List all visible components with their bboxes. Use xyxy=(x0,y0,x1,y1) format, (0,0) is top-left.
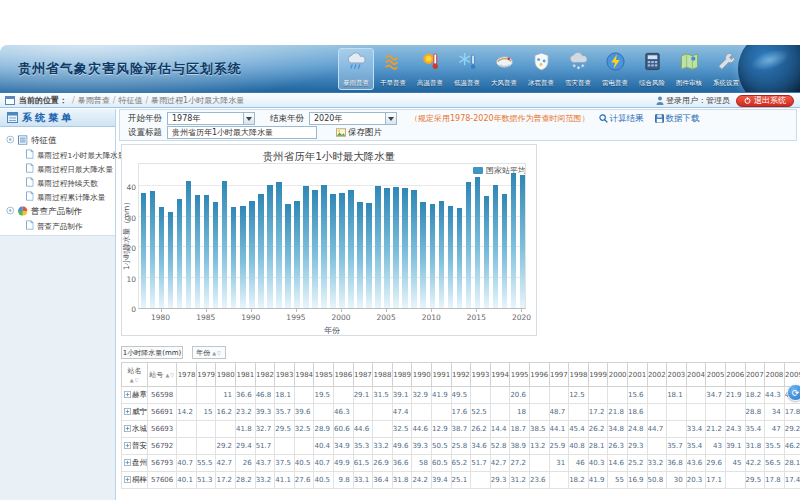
column-header-id[interactable]: 站号 ▲▽ xyxy=(148,363,177,387)
expander-icon[interactable] xyxy=(6,135,15,145)
menu-icon xyxy=(7,112,18,123)
nav-item-risk[interactable]: 综合风险 xyxy=(634,48,670,90)
column-header-year[interactable]: 1996 xyxy=(529,363,549,387)
value-cell: 39.1 xyxy=(725,438,745,455)
column-header-year[interactable]: 2001 xyxy=(627,363,647,387)
sidebar-item[interactable]: 暴雨过程日最大降水量 xyxy=(26,162,112,176)
column-header-year[interactable]: 2004 xyxy=(686,363,706,387)
column-header-year[interactable]: 1990 xyxy=(412,363,432,387)
column-header-year[interactable]: 1998 xyxy=(569,363,589,387)
value-cell: 46 xyxy=(569,455,589,472)
nav-item-settings[interactable]: 系统设置 xyxy=(708,48,744,90)
save-image-button[interactable]: 保存图片 xyxy=(336,127,382,139)
x-tick-mark xyxy=(341,309,342,312)
end-year-select[interactable]: 2020年 xyxy=(309,112,397,125)
y-tick-label: 10 xyxy=(122,275,136,284)
value-cell: 18.1 xyxy=(275,387,295,404)
pivot-measure-box[interactable]: 1小时降水量(mm) xyxy=(121,346,183,359)
value-cell: 40.1 xyxy=(177,472,197,489)
nav-item-gale[interactable]: 大风普查 xyxy=(486,48,522,90)
column-header-year[interactable]: 1979 xyxy=(196,363,216,387)
breadcrumb-item[interactable]: 暴雨普查 xyxy=(78,96,110,105)
bar-1994 xyxy=(285,204,291,308)
station-name-cell[interactable]: 威宁 xyxy=(122,404,148,421)
nav-item-cold[interactable]: 低温普查 xyxy=(449,48,485,90)
column-header-year[interactable]: 1984 xyxy=(294,363,314,387)
value-cell xyxy=(177,438,197,455)
column-header-year[interactable]: 2005 xyxy=(706,363,726,387)
download-button[interactable]: 数据下载 xyxy=(655,113,700,125)
value-cell xyxy=(725,404,745,421)
sidebar-item[interactable]: 普查产品制作 xyxy=(26,219,112,233)
column-header-year[interactable]: 2003 xyxy=(667,363,687,387)
plot-area xyxy=(138,163,526,309)
column-header-year[interactable]: 1989 xyxy=(392,363,412,387)
chevron-down-icon[interactable] xyxy=(385,113,396,124)
x-axis-label: 年份 xyxy=(324,325,340,336)
nav-item-snow[interactable]: 雪灾普查 xyxy=(560,48,596,90)
column-header-year[interactable]: 1987 xyxy=(353,363,373,387)
value-cell xyxy=(314,404,334,421)
logout-button[interactable]: 退出系统 xyxy=(736,95,794,107)
column-header-year[interactable]: 1999 xyxy=(588,363,608,387)
breadcrumb-item[interactable]: 暴雨过程1小时最大降水量 xyxy=(151,96,244,105)
value-cell xyxy=(373,404,393,421)
nav-item-hail[interactable]: 冰雹普查 xyxy=(523,48,559,90)
column-header-year[interactable]: 1982 xyxy=(255,363,275,387)
chevron-down-icon[interactable] xyxy=(243,113,254,124)
column-header-year[interactable]: 1988 xyxy=(373,363,393,387)
column-header-year[interactable]: 1980 xyxy=(216,363,236,387)
station-table: 站名 ▲▽站号 ▲▽197819791980198119821983198419… xyxy=(121,362,800,489)
nav-item-lightning[interactable]: 雷电普查 xyxy=(597,48,633,90)
station-name-cell[interactable]: 普安 xyxy=(122,438,148,455)
column-header-year[interactable]: 1991 xyxy=(432,363,452,387)
column-header-year[interactable]: 2006 xyxy=(725,363,745,387)
breadcrumb-item[interactable]: 特征值 xyxy=(118,96,142,105)
nav-item-rainstorm[interactable]: 暴雨普查 xyxy=(338,48,374,90)
column-header-name[interactable]: 站名 ▲▽ xyxy=(122,363,148,387)
refresh-button[interactable]: ⟳ xyxy=(787,384,800,401)
value-cell xyxy=(353,404,373,421)
value-cell xyxy=(686,387,706,404)
column-header-year[interactable]: 1997 xyxy=(549,363,569,387)
value-cell: 26.9 xyxy=(373,455,393,472)
expander-icon[interactable] xyxy=(6,206,15,216)
value-cell: 18.1 xyxy=(667,387,687,404)
column-header-year[interactable]: 2009 xyxy=(784,363,800,387)
nav-item-heat[interactable]: 高温普查 xyxy=(412,48,448,90)
sidebar-item[interactable]: 暴雨过程1小时最大降水量 xyxy=(26,148,112,162)
column-header-year[interactable]: 1981 xyxy=(236,363,256,387)
value-cell: 44.6 xyxy=(412,421,432,438)
column-header-year[interactable]: 1986 xyxy=(334,363,354,387)
chart-title-input[interactable] xyxy=(167,126,317,139)
station-name-cell[interactable]: 赫章 xyxy=(122,387,148,404)
pivot-dimension-box[interactable]: 年份▲▽ xyxy=(192,346,226,359)
sidebar-item[interactable]: 暴雨过程累计降水量 xyxy=(26,190,112,204)
column-header-year[interactable]: 1985 xyxy=(314,363,334,387)
nav-item-drought[interactable]: 干旱普查 xyxy=(375,48,411,90)
start-year-select[interactable]: 1978年 xyxy=(167,112,255,125)
column-header-year[interactable]: 2007 xyxy=(745,363,765,387)
column-header-year[interactable]: 1993 xyxy=(471,363,491,387)
station-name-cell[interactable]: 盘州 xyxy=(122,455,148,472)
column-header-year[interactable]: 1995 xyxy=(510,363,530,387)
x-tick-label: 2005 xyxy=(371,313,401,322)
column-header-year[interactable]: 1983 xyxy=(275,363,295,387)
value-cell: 44.7 xyxy=(647,421,667,438)
column-header-year[interactable]: 2008 xyxy=(765,363,785,387)
column-header-year[interactable]: 1994 xyxy=(490,363,510,387)
nav-item-review[interactable]: 图件审核 xyxy=(671,48,707,90)
station-name-cell[interactable]: 水城 xyxy=(122,421,148,438)
column-header-year[interactable]: 2002 xyxy=(647,363,667,387)
value-cell xyxy=(471,472,491,489)
page-icon xyxy=(26,149,34,160)
column-header-year[interactable]: 2000 xyxy=(608,363,628,387)
calculate-button[interactable]: 计算结果 xyxy=(599,113,644,125)
value-cell: 40.7 xyxy=(177,455,197,472)
station-name-cell[interactable]: 桐梓 xyxy=(122,472,148,489)
column-header-year[interactable]: 1992 xyxy=(451,363,471,387)
column-header-year[interactable]: 1978 xyxy=(177,363,197,387)
sidebar-group-0[interactable]: 特征值 xyxy=(6,133,112,148)
sidebar-group-1[interactable]: 普查产品制作 xyxy=(6,204,112,219)
sidebar-item[interactable]: 暴雨过程持续天数 xyxy=(26,176,112,190)
